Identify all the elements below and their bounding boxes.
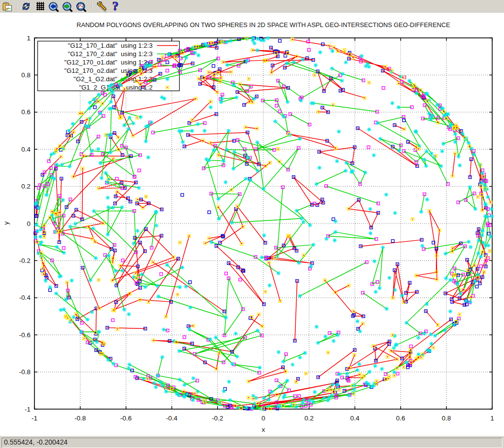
svg-text:"G12_170_2.dat" using 1:2:3: "G12_170_2.dat" using 1:2:3 [68,50,153,58]
svg-text:0.2: 0.2 [21,183,31,190]
svg-text:-0.6: -0.6 [120,415,131,422]
svg-text:x: x [262,426,265,433]
svg-text:0.8: 0.8 [21,71,31,79]
svg-text:"G12_170_o1.dat" using 1:2:3: "G12_170_o1.dat" using 1:2:3 [64,59,153,66]
svg-text:0.4: 0.4 [21,146,31,153]
svg-text:-0.8: -0.8 [19,368,31,376]
svg-text:-0.4: -0.4 [166,415,178,422]
svg-text:0: 0 [261,415,265,422]
svg-text:1: 1 [27,34,31,42]
svg-text:"G12_170_1.dat" using 1:2:3: "G12_170_1.dat" using 1:2:3 [68,42,153,49]
svg-text:1: 1 [490,415,494,422]
svg-text:-0.4: -0.4 [19,294,31,301]
svg-text:RANDOM POLYGONS OVERLAPPING ON: RANDOM POLYGONS OVERLAPPING ON TWO SPHER… [77,21,450,29]
svg-text:0.4: 0.4 [350,415,360,422]
svg-text:0.6: 0.6 [396,415,406,422]
svg-text:-0.8: -0.8 [74,415,86,422]
svg-text:0.2: 0.2 [305,415,314,422]
svg-text:0.8: 0.8 [442,415,451,422]
svg-text:-1: -1 [25,406,31,413]
svg-text:-0.6: -0.6 [19,331,31,339]
svg-text:0: 0 [27,220,31,227]
svg-text:-0.2: -0.2 [212,415,223,422]
svg-text:y: y [2,221,10,224]
svg-text:0.6: 0.6 [21,108,31,116]
svg-text:-0.2: -0.2 [19,257,31,264]
svg-text:?: ? [112,1,119,12]
svg-text:"G2_1_G2.dat" using 1:2:3: "G2_1_G2.dat" using 1:2:3 [74,75,153,83]
svg-text:-1: -1 [32,415,37,422]
